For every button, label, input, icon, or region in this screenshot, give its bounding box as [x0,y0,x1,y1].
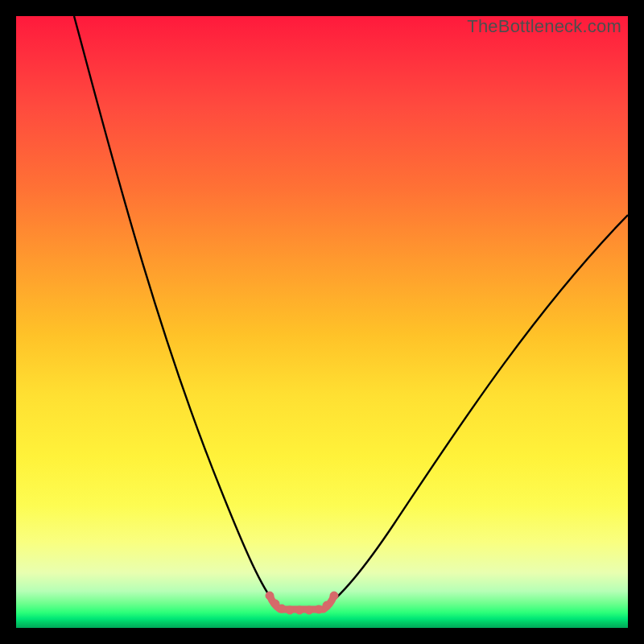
curve-layer [16,16,628,628]
svg-point-8 [330,592,338,600]
chart-frame: TheBottleneck.com [16,16,628,628]
bottleneck-curve-left [74,16,282,609]
bottleneck-curve-right [322,215,628,609]
svg-point-0 [266,592,274,600]
svg-point-6 [315,605,323,613]
svg-point-3 [286,606,294,614]
watermark-text: TheBottleneck.com [467,16,621,37]
plot-area: TheBottleneck.com [16,16,628,628]
svg-point-5 [305,606,313,614]
svg-point-2 [278,605,286,613]
svg-point-7 [323,601,331,609]
svg-point-4 [295,606,303,614]
